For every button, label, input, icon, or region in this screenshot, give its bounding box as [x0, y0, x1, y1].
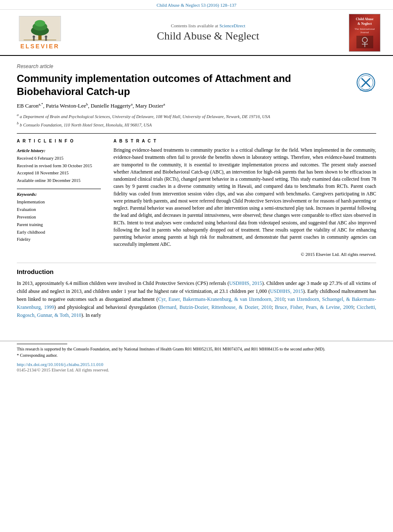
svg-point-10 [362, 37, 367, 42]
svg-point-6 [45, 35, 47, 38]
author-eb-caron: EB Caron [17, 103, 39, 109]
keyword-fidelity: Fidelity [17, 236, 101, 243]
footnote-divider [17, 344, 67, 344]
journal-cover-image: Child Abuse& Neglect The International J… [349, 14, 380, 52]
elsevier-tree-image [19, 16, 61, 41]
keyword-early-childhood: Early childhood [17, 229, 101, 236]
author-mary-dozier: Mary Dozier [135, 103, 164, 109]
sciencedirect-link[interactable]: ScienceDirect [219, 23, 245, 28]
history-heading: Article history: [17, 147, 101, 155]
footnote-section: This research is supported by the Consue… [0, 341, 393, 358]
keywords-section: Keywords: Implementation Evaluation Prev… [17, 189, 101, 243]
keyword-parent-training: Parent training [17, 221, 101, 229]
svg-point-5 [33, 35, 35, 38]
affiliation-a: a a Department of Brain and Psychologica… [17, 112, 376, 120]
journal-top-bar: Child Abuse & Neglect 53 (2016) 128–137 [0, 0, 393, 10]
journal-title: Child Abuse & Neglect [67, 30, 349, 42]
ref-usdhhs-2015-2[interactable]: USDHHS, 2015 [270, 288, 303, 294]
elsevier-logo: ELSEVIER [13, 16, 67, 50]
svg-rect-8 [45, 38, 47, 41]
elsevier-wordmark: ELSEVIER [20, 43, 59, 50]
ref-bruce-2009[interactable]: Bruce, Fisher, Pears, & Levine, 2009 [275, 304, 353, 310]
svg-point-4 [34, 20, 45, 26]
accepted-date: Accepted 18 November 2015 [17, 169, 101, 177]
article-info-heading: A R T I C L E I N F O [17, 139, 101, 143]
abstract-text: Bringing evidence-based treatments to co… [113, 147, 376, 248]
intro-divider [17, 263, 376, 263]
journal-citation: Child Abuse & Neglect 53 (2016) 128–137 [156, 3, 236, 8]
article-info-column: A R T I C L E I N F O Article history: R… [17, 139, 101, 257]
journal-center-header: Contents lists available at ScienceDirec… [67, 23, 349, 42]
doi-section: http://dx.doi.org/10.1016/j.chiabu.2015.… [0, 358, 393, 374]
article-divider [17, 133, 376, 134]
footnote-1: This research is supported by the Consue… [17, 346, 376, 352]
article-content: Research article Community implementatio… [0, 56, 393, 328]
keyword-evaluation: Evaluation [17, 206, 101, 213]
article-title: Community implementation outcomes of Att… [17, 72, 355, 98]
article-type-label: Research article [17, 63, 376, 69]
received-date: Received 6 February 2015 [17, 155, 101, 162]
affiliation-b: b b Consuelo Foundation, 110 North Hotel… [17, 121, 376, 128]
available-date: Available online 30 December 2015 [17, 177, 101, 184]
keyword-prevention: Prevention [17, 213, 101, 221]
journal-header: ELSEVIER Contents lists available at Sci… [0, 10, 393, 56]
article-title-row: Community implementation outcomes of Att… [17, 72, 376, 98]
ref-usdhhs-2015-1[interactable]: USDHHS, 2015 [229, 280, 262, 286]
article-history: Article history: Received 6 February 201… [17, 147, 101, 184]
keywords-heading: Keywords: [17, 192, 101, 197]
crossmark-badge: CrossMark [355, 72, 376, 93]
page: Child Abuse & Neglect 53 (2016) 128–137 [0, 0, 393, 532]
author-danielle-haggerty: Danielle Haggerty [91, 103, 131, 109]
footnote-2: * Corresponding author. [17, 352, 376, 358]
revised-date: Received in revised form 30 October 2015 [17, 162, 101, 170]
sciencedirect-label: Contents lists available at ScienceDirec… [67, 23, 349, 28]
ref-bernard-2010[interactable]: Bernard, Butzin-Dozier, Rittenhouse, & D… [160, 304, 272, 310]
author-patria-weston: Patria Weston-Lee [46, 103, 86, 109]
ref-cyr-2010[interactable]: Cyr, Euser, Bakermans-Kranenburg, & van … [158, 296, 285, 302]
introduction-heading: Introduction [17, 268, 376, 275]
two-col-section: A R T I C L E I N F O Article history: R… [17, 139, 376, 257]
abstract-copyright: © 2015 Elsevier Ltd. All rights reserved… [113, 252, 376, 257]
introduction-paragraph-1: In 2013, approximately 6.4 million child… [17, 279, 376, 320]
svg-rect-7 [33, 38, 35, 41]
authors-line: EB Carona,*, Patria Weston-Leeb, Daniell… [17, 102, 376, 109]
keyword-implementation: Implementation [17, 198, 101, 206]
abstract-heading: A B S T R A C T [113, 139, 376, 143]
doi-link[interactable]: http://dx.doi.org/10.1016/j.chiabu.2015.… [17, 362, 376, 367]
abstract-column: A B S T R A C T Bringing evidence-based … [113, 139, 376, 257]
svg-text:CrossMark: CrossMark [359, 89, 372, 91]
issn-copyright: 0145-2134/© 2015 Elsevier Ltd. All right… [17, 368, 376, 372]
